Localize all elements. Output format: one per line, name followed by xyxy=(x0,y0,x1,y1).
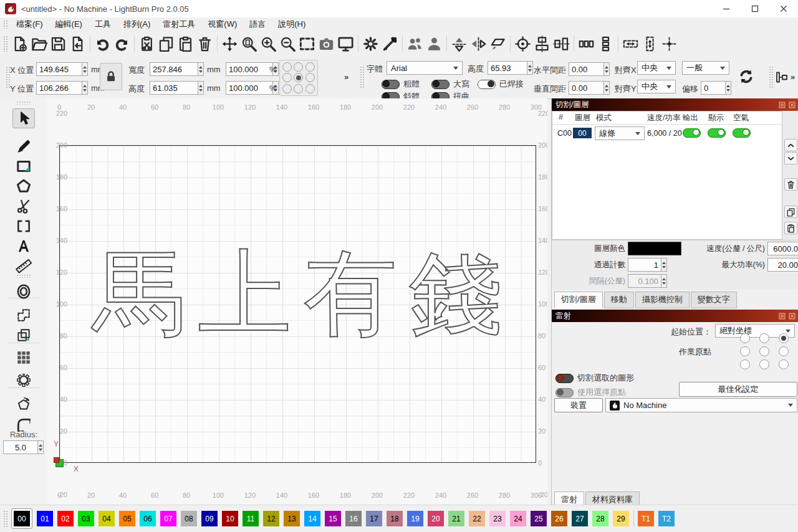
delete-button[interactable] xyxy=(195,34,214,54)
anchor-nine-grid[interactable] xyxy=(279,60,318,96)
menu-item-0[interactable]: 檔案(F) xyxy=(10,17,49,31)
layer-color-swatch[interactable] xyxy=(628,242,681,255)
maximize-button[interactable] xyxy=(741,0,769,17)
menu-item-1[interactable]: 編輯(E) xyxy=(49,17,89,31)
layer-delete-button[interactable] xyxy=(784,178,797,191)
panel-close-icon[interactable] xyxy=(788,312,796,320)
bold-toggle-switch[interactable] xyxy=(382,80,400,89)
edit-nodes-tool[interactable] xyxy=(12,216,35,236)
uppercase-toggle[interactable]: 大寫 xyxy=(431,78,469,90)
panel-close-icon[interactable] xyxy=(788,101,796,109)
text-style-dropdown[interactable]: 一般 xyxy=(682,61,729,75)
close-button[interactable] xyxy=(769,0,798,17)
undo-button[interactable] xyxy=(93,34,112,54)
palette-swatch-15[interactable]: 15 xyxy=(325,511,341,526)
toolbar-drag-handle[interactable] xyxy=(3,20,7,29)
laser-panel-titlebar[interactable]: 雷射 xyxy=(552,310,798,322)
palette-swatch-12[interactable]: 12 xyxy=(263,511,279,526)
font-dropdown[interactable]: Arial xyxy=(387,61,463,75)
frame-selection-button[interactable] xyxy=(297,34,317,54)
palette-swatch-07[interactable]: 07 xyxy=(160,511,176,526)
flip-vertical-button[interactable] xyxy=(449,34,469,54)
offset-shapes-tool[interactable] xyxy=(12,282,35,302)
height-field[interactable] xyxy=(150,81,204,95)
anchor-dot-8[interactable] xyxy=(305,84,315,93)
grid-array-tool[interactable] xyxy=(12,348,35,368)
menu-item-5[interactable]: 視窗(W) xyxy=(201,17,243,31)
palette-swatch-16[interactable]: 16 xyxy=(345,511,362,526)
zoom-to-page-button[interactable] xyxy=(239,34,259,54)
tab-cuts-layers[interactable]: 切割/圖層 xyxy=(554,292,603,308)
polygon-tool[interactable] xyxy=(12,176,35,196)
create-text-tool[interactable] xyxy=(12,236,35,256)
palette-swatch-10[interactable]: 10 xyxy=(222,511,238,526)
palette-swatch-09[interactable]: 09 xyxy=(201,511,218,526)
layer-down-button[interactable] xyxy=(784,152,797,164)
redo-button[interactable] xyxy=(112,34,132,54)
anchor-dot-3[interactable] xyxy=(282,73,292,82)
align-stack-vertical-button[interactable] xyxy=(532,34,552,54)
offset-field[interactable] xyxy=(701,81,731,95)
interval-field[interactable] xyxy=(628,274,667,288)
font-height-field[interactable] xyxy=(488,61,533,75)
job-origin-dot-6[interactable] xyxy=(740,359,750,369)
uppercase-toggle-switch[interactable] xyxy=(431,80,449,89)
toolbar-drag-handle[interactable] xyxy=(3,510,7,528)
team-button[interactable] xyxy=(405,34,425,54)
tab-variable-text[interactable]: 變數文字 xyxy=(691,292,737,308)
palette-swatch-06[interactable]: 06 xyxy=(140,511,156,526)
palette-swatch-11[interactable]: 11 xyxy=(243,511,259,526)
menu-item-6[interactable]: 語言 xyxy=(243,17,272,31)
anchor-dot-1[interactable] xyxy=(294,62,303,72)
boolean-ops-tool[interactable] xyxy=(12,325,35,345)
anchor-dot-5[interactable] xyxy=(305,73,315,82)
palette-swatch-14[interactable]: 14 xyxy=(304,511,320,526)
menu-item-4[interactable]: 雷射工具 xyxy=(156,17,201,31)
move-to-center-button[interactable] xyxy=(660,34,679,54)
layer-paste-button[interactable] xyxy=(784,222,797,234)
palette-swatch-T1[interactable]: T1 xyxy=(638,511,654,526)
toolbar-drag-handle[interactable] xyxy=(16,101,31,105)
job-origin-dot-1[interactable] xyxy=(759,333,769,343)
y-position-field[interactable] xyxy=(36,81,88,95)
menu-item-3[interactable]: 排列(A) xyxy=(117,17,156,31)
palette-swatch-27[interactable]: 27 xyxy=(572,511,588,526)
palette-swatch-13[interactable]: 13 xyxy=(284,511,300,526)
cut-selected-toggle[interactable]: 切割選取的圖形 xyxy=(555,373,634,384)
devices-button[interactable]: 裝置 xyxy=(554,398,603,412)
paste-button[interactable] xyxy=(176,34,195,54)
palette-swatch-00[interactable]: 00 xyxy=(14,511,30,526)
toolbar-drag-handle[interactable] xyxy=(360,66,364,88)
palette-swatch-25[interactable]: 25 xyxy=(531,511,547,526)
palette-swatch-22[interactable]: 22 xyxy=(469,511,485,526)
rectangle-tool[interactable] xyxy=(12,156,35,176)
job-origin-grid[interactable] xyxy=(735,332,794,371)
cut-button[interactable] xyxy=(137,34,156,54)
align-x-dropdown[interactable]: 中央 xyxy=(637,61,676,75)
palette-swatch-08[interactable]: 08 xyxy=(181,511,197,526)
anchor-dot-4[interactable] xyxy=(294,73,303,82)
job-origin-dot-8[interactable] xyxy=(779,359,789,369)
palette-swatch-03[interactable]: 03 xyxy=(78,511,94,526)
transform-shape-tool[interactable] xyxy=(12,394,35,414)
camera-capture-button[interactable] xyxy=(317,34,336,54)
layer-copy-button[interactable] xyxy=(784,206,797,218)
tab-camera-control[interactable]: 攝影機控制 xyxy=(635,292,690,308)
palette-swatch-21[interactable]: 21 xyxy=(448,511,464,526)
job-origin-dot-3[interactable] xyxy=(740,346,750,356)
palette-swatch-29[interactable]: 29 xyxy=(613,511,629,526)
cut-shapes-tool[interactable] xyxy=(12,196,35,216)
palette-swatch-01[interactable]: 01 xyxy=(37,511,53,526)
radius-field[interactable] xyxy=(3,440,44,454)
distribute-vertical-button[interactable] xyxy=(596,34,615,54)
menu-item-2[interactable]: 工具 xyxy=(89,17,117,31)
toolbar-overflow-chevron[interactable]: » xyxy=(791,72,795,82)
bold-toggle[interactable]: 粗體 xyxy=(382,78,420,90)
minimize-button[interactable] xyxy=(712,0,741,17)
power-field[interactable] xyxy=(767,258,798,272)
copy-button[interactable] xyxy=(156,34,176,54)
zoom-out-button[interactable] xyxy=(278,34,297,54)
palette-swatch-23[interactable]: 23 xyxy=(489,511,506,526)
toolbar-drag-handle[interactable] xyxy=(3,36,7,52)
width-field[interactable] xyxy=(150,62,204,76)
